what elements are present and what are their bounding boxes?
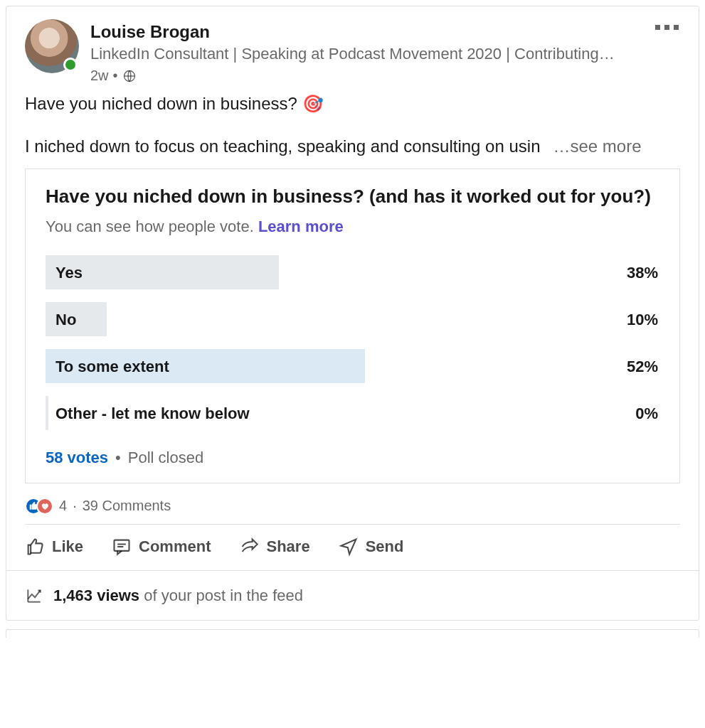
like-button[interactable]: Like — [25, 536, 83, 557]
poll-status: Poll closed — [128, 447, 203, 469]
send-icon — [339, 537, 359, 557]
views-suffix: of your post in the feed — [139, 587, 303, 604]
share-arrow-icon — [239, 537, 259, 557]
share-label: Share — [266, 536, 309, 557]
views-text: 1,463 views of your post in the feed — [53, 585, 303, 606]
thumbs-up-icon — [25, 537, 45, 557]
comment-label: Comment — [139, 536, 211, 557]
poll-option-label: To some extent — [46, 356, 169, 378]
poll-subtext: You can see how people vote. Learn more — [46, 216, 659, 237]
poll-options: Yes38%No10%To some extent52%Other - let … — [46, 255, 659, 430]
poll-option[interactable]: Yes38% — [46, 255, 659, 289]
poll-learn-more-link[interactable]: Learn more — [258, 218, 344, 235]
reaction-icons — [25, 498, 53, 515]
poll-option-label: Yes — [46, 262, 83, 284]
like-label: Like — [52, 536, 83, 557]
poll-footer: 58 votes • Poll closed — [46, 447, 659, 469]
see-more-button[interactable]: …see more — [553, 135, 642, 158]
poll-visibility-text: You can see how people vote. — [46, 218, 254, 235]
reaction-summary[interactable]: 4 · 39 Comments — [6, 488, 699, 524]
comment-count[interactable]: 39 Comments — [83, 496, 171, 515]
reaction-count: 4 — [59, 496, 67, 515]
poll-option-label: Other - let me know below — [46, 403, 250, 424]
poll-option-percent: 52% — [627, 356, 659, 378]
send-label: Send — [366, 536, 404, 557]
share-button[interactable]: Share — [239, 536, 309, 557]
poll-option[interactable]: Other - let me know below0% — [46, 396, 659, 430]
author-headline: LinkedIn Consultant | Speaking at Podcas… — [90, 43, 683, 65]
svg-rect-1 — [115, 540, 129, 551]
presence-indicator-online — [63, 58, 78, 72]
next-card-peek — [6, 629, 699, 638]
poll-option-label: No — [46, 309, 76, 331]
author-name[interactable]: Louise Brogan — [90, 21, 683, 43]
post-time: 2w — [90, 66, 109, 85]
post-header-text: Louise Brogan LinkedIn Consultant | Spea… — [90, 19, 683, 85]
poll-votes-link[interactable]: 58 votes — [46, 447, 108, 469]
poll-option-percent: 0% — [635, 403, 659, 424]
poll-bar-track — [46, 302, 659, 336]
post-header: Louise Brogan LinkedIn Consultant | Spea… — [6, 6, 699, 88]
poll-option-percent: 10% — [627, 309, 659, 331]
poll-option[interactable]: To some extent52% — [46, 349, 659, 383]
author-avatar[interactable] — [25, 19, 79, 73]
post-meta: 2w • — [90, 66, 683, 85]
reaction-love-icon — [36, 498, 53, 515]
poll-title: Have you niched down in business? (and h… — [46, 185, 659, 209]
views-count: 1,463 views — [53, 587, 139, 604]
poll-option[interactable]: No10% — [46, 302, 659, 336]
post-actions-menu-button[interactable] — [651, 21, 683, 34]
post-action-bar: Like Comment Share Send — [6, 525, 699, 570]
poll-option-percent: 38% — [627, 262, 659, 284]
analytics-icon — [25, 587, 43, 605]
comment-button[interactable]: Comment — [112, 536, 211, 557]
post-text-line-2: I niched down to focus on teaching, spea… — [25, 135, 541, 158]
poll-footer-separator: • — [115, 447, 121, 469]
reaction-separator: · — [73, 496, 77, 515]
post-body: Have you niched down in business? 🎯 I ni… — [6, 88, 699, 159]
send-button[interactable]: Send — [339, 536, 404, 557]
globe-icon — [122, 69, 137, 83]
poll-bar-track — [46, 255, 659, 289]
post-text-line-1: Have you niched down in business? 🎯 — [25, 92, 680, 115]
comment-icon — [112, 537, 132, 557]
post-views[interactable]: 1,463 views of your post in the feed — [6, 570, 699, 621]
poll-card: Have you niched down in business? (and h… — [25, 168, 680, 483]
meta-separator: • — [113, 66, 118, 85]
post-card: Louise Brogan LinkedIn Consultant | Spea… — [6, 6, 699, 621]
